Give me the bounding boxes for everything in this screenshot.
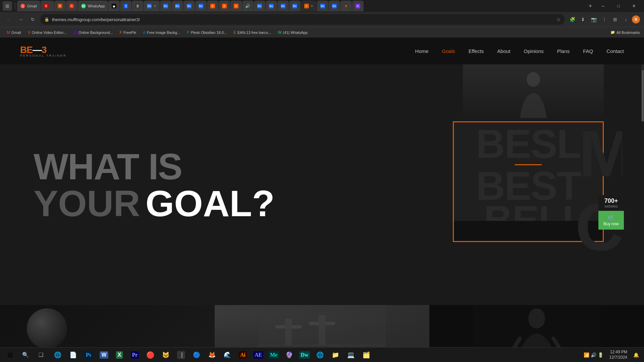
tab-black[interactable]: ◆ xyxy=(108,1,120,11)
nav-opinions[interactable]: Opinions xyxy=(524,48,544,54)
taskbar-word[interactable]: W xyxy=(97,348,111,362)
download-icon[interactable]: ⬇ xyxy=(578,15,588,24)
taskbar-photoshop[interactable]: Ps xyxy=(81,348,96,362)
back-button[interactable]: ← xyxy=(4,15,13,24)
taskbar-files[interactable]: 📁 xyxy=(328,348,343,362)
buy-label: Buy now xyxy=(603,222,619,226)
nav-home[interactable]: Home xyxy=(415,48,429,54)
bookmark-ean[interactable]: E EAN-13 free barco... xyxy=(231,29,274,36)
tab-heart[interactable]: ♥ xyxy=(340,1,352,11)
screenshot-icon[interactable]: 📷 xyxy=(589,15,598,24)
taskbar-dreamweaver[interactable]: Dw xyxy=(297,348,312,362)
nav-about[interactable]: About xyxy=(497,48,510,54)
taskbar-laptop[interactable]: 💻 xyxy=(343,348,358,362)
taskbar-app-red[interactable]: 🔴 xyxy=(143,348,158,362)
download2-icon[interactable]: ↓ xyxy=(621,15,631,24)
close-button[interactable]: ✕ xyxy=(627,1,641,11)
bookmark-free-image[interactable]: A Free Image Backg... xyxy=(140,29,183,36)
taskbar-illustrator[interactable]: Ai xyxy=(235,348,250,362)
taskbar-app-cat[interactable]: 🐱 xyxy=(158,348,173,362)
taskbar-app-wave[interactable]: 🌐 xyxy=(313,348,327,362)
task-view-button[interactable]: ❑ xyxy=(34,348,48,362)
tab-close[interactable]: × xyxy=(154,4,156,8)
bookmark-freepik[interactable]: F FreePik xyxy=(117,29,139,36)
maximize-button[interactable]: □ xyxy=(611,1,626,11)
tab-4[interactable]: R xyxy=(66,1,77,11)
buy-now-button[interactable]: 🛒 Buy now xyxy=(598,211,624,230)
bookmark-favicon: P xyxy=(187,30,190,35)
nav-plans[interactable]: Plans xyxy=(557,48,570,54)
bookmark-background[interactable]: 🖼 Online Background... xyxy=(70,29,116,36)
tab-b2[interactable]: B xyxy=(132,1,143,11)
tab-b7[interactable]: Be xyxy=(195,1,207,11)
best-row-1: BESL xyxy=(476,127,581,161)
tab-gmail[interactable]: G Gmail xyxy=(17,1,40,11)
nav-contact[interactable]: Contact xyxy=(606,48,624,54)
toolbar-icons: 🧩 ⬇ 📷 ⋮ ⊞ ↓ R xyxy=(568,15,640,24)
bookmark-plesk[interactable]: P Plesk Obsidian 18.0... xyxy=(184,29,229,36)
bookmarks-all[interactable]: 📁 All Bookmarks xyxy=(610,30,640,35)
notification-button[interactable]: 🔔 xyxy=(631,348,641,362)
cart-icon: 🛒 xyxy=(600,214,622,222)
tray-sound[interactable]: 🔊 xyxy=(591,352,596,358)
reload-button[interactable]: ↻ xyxy=(28,15,38,24)
nav-effects[interactable]: Effects xyxy=(469,48,484,54)
tab-x2[interactable]: X xyxy=(219,1,230,11)
taskbar-mediaencoder[interactable]: Me xyxy=(266,348,281,362)
tab-x3[interactable]: X xyxy=(230,1,242,11)
tab-3[interactable]: R xyxy=(54,1,66,11)
taskbar-chrome[interactable]: 🔵 xyxy=(189,348,204,362)
tab-active[interactable]: × × xyxy=(301,1,317,11)
tab-2[interactable]: R xyxy=(41,1,54,11)
nav-faq[interactable]: FAQ xyxy=(583,48,593,54)
url-bar[interactable]: 🔒 themes.muffingroup.com/be/personaltrai… xyxy=(40,14,565,25)
new-tab-button[interactable]: + xyxy=(586,1,595,11)
taskbar-edge[interactable]: 🌐 xyxy=(50,348,65,362)
workspace-button[interactable]: ⊞ xyxy=(3,1,12,11)
extensions-icon[interactable]: 🧩 xyxy=(568,15,577,24)
tab-favicon: Be xyxy=(147,4,152,8)
taskbar-excel[interactable]: X xyxy=(112,348,127,362)
tab-b11[interactable]: Be xyxy=(289,1,301,11)
taskbar-premiere[interactable]: Pr xyxy=(127,348,142,362)
taskbar-app-black[interactable]: ▐ xyxy=(174,348,189,362)
tray-battery[interactable]: 🔋 xyxy=(598,352,603,358)
tab-whatsapp[interactable]: W WhatsApp xyxy=(78,1,108,11)
tab-be-last2[interactable]: Be xyxy=(329,1,340,11)
tab-b9[interactable]: Be xyxy=(266,1,277,11)
tab-b3[interactable]: Be × xyxy=(144,1,159,11)
bookmark-gmail[interactable]: M Gmail xyxy=(4,29,24,36)
tab-b8[interactable]: Be xyxy=(254,1,265,11)
search-button[interactable]: 🔍 xyxy=(18,348,33,362)
start-button[interactable]: ⊞ xyxy=(3,348,17,362)
taskbar-browser2[interactable]: 🌊 xyxy=(220,348,235,362)
taskbar-filemanager[interactable]: 🗂️ xyxy=(359,348,374,362)
minimize-button[interactable]: ─ xyxy=(596,1,610,11)
tab-brave[interactable]: N xyxy=(352,1,364,11)
tab-be-last1[interactable]: Be xyxy=(317,1,328,11)
settings-icon[interactable]: ⋮ xyxy=(600,15,609,24)
tab-b4[interactable]: Be xyxy=(160,1,171,11)
tab-b1[interactable]: B xyxy=(120,1,131,11)
star-icon[interactable]: ☆ xyxy=(556,17,561,22)
taskbar-time[interactable]: 12:49 PM 12/7/2024 xyxy=(607,350,630,360)
tab-close-active[interactable]: × xyxy=(311,4,313,8)
split-icon[interactable]: ⊞ xyxy=(610,15,620,24)
taskbar-firefox[interactable]: 🦊 xyxy=(205,348,219,362)
files-icon: 📁 xyxy=(332,351,339,359)
profile-avatar[interactable]: R xyxy=(632,15,640,23)
bookmark-favicon: A xyxy=(143,30,146,35)
taskbar-aftereffects[interactable]: AE xyxy=(251,348,266,362)
tab-b10[interactable]: Be xyxy=(277,1,289,11)
tray-network[interactable]: 📶 xyxy=(584,352,589,358)
tab-b6[interactable]: Be xyxy=(183,1,195,11)
taskbar-pdf[interactable]: 📄 xyxy=(66,348,80,362)
forward-button[interactable]: → xyxy=(16,15,25,24)
taskbar-app-purple[interactable]: 🔮 xyxy=(282,348,297,362)
bookmark-whatsapp[interactable]: W (41) WhatsApp xyxy=(275,29,310,36)
tab-b5[interactable]: Be xyxy=(172,1,183,11)
nav-goals[interactable]: Goals xyxy=(442,48,455,54)
tab-audio[interactable]: 🔊 xyxy=(242,1,254,11)
tab-x1[interactable]: X xyxy=(207,1,218,11)
bookmark-video-editor[interactable]: V Online Video Editor... xyxy=(25,29,69,36)
